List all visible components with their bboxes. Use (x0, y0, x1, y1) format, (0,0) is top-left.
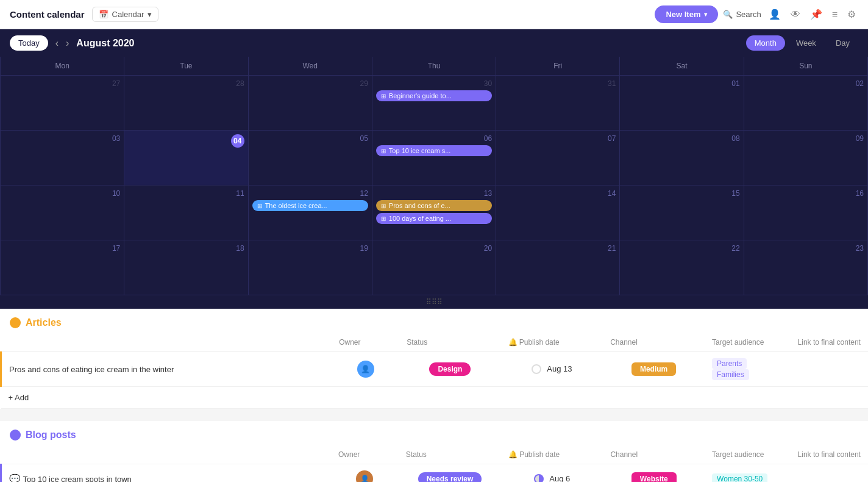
day-header-sun: Sun (744, 57, 868, 76)
grid-icon: ⊞ (381, 215, 386, 222)
day-cell[interactable]: 11 (124, 185, 248, 240)
day-cell[interactable]: 10 (1, 185, 124, 240)
day-cell[interactable]: 17 (1, 240, 124, 295)
event-label: Top 10 ice cream s... (389, 147, 451, 154)
day-number: 02 (748, 79, 864, 88)
bell-icon: 🔔 (508, 450, 518, 459)
day-cell[interactable]: 01 (620, 76, 744, 131)
day-number: 22 (624, 244, 739, 253)
articles-dot (10, 317, 21, 328)
day-number: 16 (748, 189, 864, 198)
item-channel[interactable]: Website (603, 464, 705, 483)
item-publish-date: Aug 13 (501, 352, 603, 387)
calendar-event[interactable]: ⊞ Beginner's guide to... (376, 90, 492, 101)
day-number: 20 (376, 244, 492, 253)
day-number: 17 (4, 244, 120, 253)
month-view-button[interactable]: Month (746, 35, 785, 51)
status-badge[interactable]: Needs review (418, 472, 482, 482)
day-cell[interactable]: 19 (249, 240, 372, 295)
day-header-mon: Mon (1, 57, 124, 76)
day-number: 27 (4, 79, 120, 88)
calendar-event[interactable]: ⊞ Pros and cons of e... (376, 200, 492, 211)
day-cell[interactable]: 21 (496, 240, 620, 295)
day-number: 13 (376, 189, 492, 198)
table-row: 💬 Top 10 ice cream spots in town 👤 Needs… (1, 464, 869, 483)
section-divider (0, 409, 868, 421)
articles-col-owner: Owner (332, 333, 399, 352)
day-cell[interactable]: 14 (496, 185, 620, 240)
search-button[interactable]: 🔍 Search (723, 10, 761, 19)
top-nav: Content calendar 📅 Calendar ▾ New Item ▾… (0, 0, 868, 29)
day-header-sat: Sat (620, 57, 744, 76)
item-publish-date: Aug 6 (501, 464, 603, 483)
day-cell[interactable]: 15 (620, 185, 744, 240)
prev-month-button[interactable]: ‹ (55, 38, 59, 48)
day-cell[interactable]: 16 (744, 185, 868, 240)
calendar-event[interactable]: ⊞ Top 10 ice cream s... (376, 145, 492, 156)
day-cell[interactable]: 07 (496, 131, 620, 185)
day-cell[interactable]: 28 (124, 76, 248, 131)
next-month-button[interactable]: › (66, 38, 69, 48)
item-channel[interactable]: Medium (603, 352, 705, 387)
status-badge[interactable]: Design (429, 362, 471, 376)
day-cell[interactable]: 27 (1, 76, 124, 131)
day-cell[interactable]: 30 ⊞ Beginner's guide to... (372, 76, 496, 131)
item-name[interactable]: 💬 Top 10 ice cream spots in town (1, 464, 332, 483)
radio-circle-half[interactable] (534, 474, 544, 482)
articles-col-publish: 🔔Publish date (501, 333, 603, 352)
day-cell[interactable]: 20 (372, 240, 496, 295)
user-icon[interactable]: 👤 (766, 6, 783, 23)
day-cell[interactable]: 23 (744, 240, 868, 295)
item-status[interactable]: Needs review (399, 464, 501, 483)
day-number: 31 (500, 79, 616, 88)
day-cell[interactable]: 18 (124, 240, 248, 295)
calendar-grid: Mon Tue Wed Thu Fri Sat Sun 27 28 29 30 … (0, 57, 868, 295)
day-cell[interactable]: 31 (496, 76, 620, 131)
grid-icon: ⊞ (381, 203, 386, 209)
blog-col-audience: Target audience (705, 445, 790, 464)
view-toggle: Month Week Day (746, 35, 858, 51)
articles-col-audience: Target audience (705, 333, 791, 352)
channel-badge[interactable]: Medium (631, 362, 676, 376)
day-cell[interactable]: 08 (620, 131, 744, 185)
day-cell[interactable]: 05 (249, 131, 372, 185)
day-view-button[interactable]: Day (827, 35, 858, 51)
item-audience: Women 30-50 (705, 464, 790, 483)
day-cell[interactable]: 09 (744, 131, 868, 185)
eye-icon[interactable]: 👁 (788, 7, 803, 23)
calendar-event[interactable]: ⊞ 100 days of eating ... (376, 213, 492, 224)
channel-badge[interactable]: Website (631, 472, 677, 482)
grid-icon: ⊞ (381, 148, 386, 154)
week-view-button[interactable]: Week (788, 35, 825, 51)
event-label: Pros and cons of e... (389, 202, 450, 209)
comment-icon: 💬 (9, 473, 21, 482)
filter-icon[interactable]: ≡ (830, 7, 840, 23)
day-cell[interactable]: 13 ⊞ Pros and cons of e... ⊞ 100 days of… (372, 185, 496, 240)
day-cell[interactable]: 06 ⊞ Top 10 ice cream s... (372, 131, 496, 185)
articles-section: Articles Owner Status 🔔Publish date Chan… (0, 309, 868, 409)
settings-icon[interactable]: ⚙ (845, 6, 858, 23)
new-item-button[interactable]: New Item ▾ (655, 5, 718, 23)
calendar-event[interactable]: ⊞ The oldest ice crea... (252, 200, 368, 211)
day-cell-today[interactable]: 04 (124, 131, 248, 185)
day-cell[interactable]: 29 (249, 76, 372, 131)
day-cell[interactable]: 22 (620, 240, 744, 295)
view-selector[interactable]: 📅 Calendar ▾ (92, 7, 159, 22)
radio-circle[interactable] (532, 364, 541, 374)
day-header-wed: Wed (249, 57, 372, 76)
drag-handle[interactable]: ⠿⠿⠿ (0, 295, 868, 309)
day-cell[interactable]: 12 ⊞ The oldest ice crea... (249, 185, 372, 240)
pin-icon[interactable]: 📌 (808, 6, 825, 23)
item-name[interactable]: Pros and cons of eating ice cream in the… (1, 352, 332, 387)
add-row-button[interactable]: + Add (1, 387, 869, 409)
calendar-toolbar: Today ‹ › August 2020 Month Week Day (0, 29, 868, 57)
calendar-icon: 📅 (99, 10, 108, 19)
nav-right: New Item ▾ 🔍 Search 👤 👁 📌 ≡ ⚙ (655, 5, 858, 23)
articles-table: Owner Status 🔔Publish date Channel Targe… (0, 333, 868, 409)
day-cell[interactable]: 02 (744, 76, 868, 131)
blog-col-owner: Owner (331, 445, 399, 464)
item-status[interactable]: Design (399, 352, 501, 387)
day-number: 04 (231, 134, 244, 148)
today-button[interactable]: Today (10, 35, 48, 51)
day-cell[interactable]: 03 (1, 131, 124, 185)
